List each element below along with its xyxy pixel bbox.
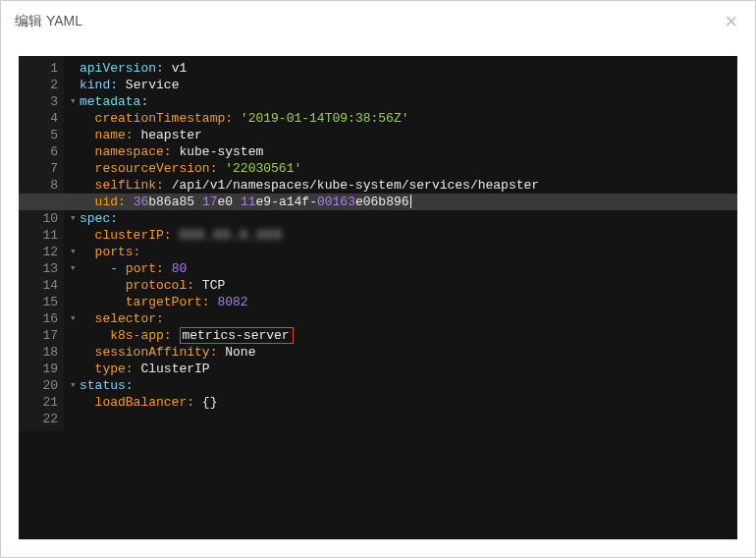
code-line[interactable]: uid: 36b86a85-17e0-11e9-a14f-00163e06b89… <box>80 194 737 210</box>
code-line[interactable]: creationTimestamp: '2019-01-14T09:38:56Z… <box>80 110 737 127</box>
code-area[interactable]: apiVersion: v1kind: Servicemetadata: cre… <box>80 60 737 427</box>
token: selfLink: <box>95 178 164 193</box>
token <box>80 178 95 193</box>
token <box>80 278 126 293</box>
gutter-line: 14 <box>23 277 58 294</box>
code-line[interactable]: protocol: TCP <box>80 277 737 294</box>
token: e0 <box>217 195 233 209</box>
token: clusterIP: <box>95 228 172 243</box>
token: loadBalancer: <box>95 395 194 410</box>
token: ClusterIP <box>140 362 209 376</box>
token: -a14f- <box>271 195 317 209</box>
gutter-line: 12 <box>23 244 58 260</box>
token <box>80 144 95 159</box>
code-line[interactable]: sessionAffinity: None <box>80 344 737 361</box>
token <box>164 261 172 276</box>
code-line[interactable]: status: <box>80 377 737 394</box>
gutter-line: 19 <box>23 361 58 377</box>
gutter-line: 6 <box>23 143 58 160</box>
gutter-line: 17 <box>23 327 58 344</box>
code-line[interactable]: namespace: kube-system <box>80 143 737 160</box>
token: '2019-01-14T09:38:56Z' <box>241 111 409 126</box>
code-line[interactable]: selector: <box>80 310 737 327</box>
token: - <box>110 261 118 276</box>
token: 11 <box>241 195 256 209</box>
code-line[interactable]: kind: Service <box>80 77 737 93</box>
token: /api/v1/namespaces/kube-system/services/… <box>172 178 539 193</box>
token: targetPort: <box>126 295 210 309</box>
token: kind: <box>80 78 118 92</box>
token: uid: <box>95 195 126 209</box>
token <box>80 161 95 176</box>
token <box>126 195 134 209</box>
token: 17 <box>202 195 218 209</box>
code-line[interactable]: type: ClusterIP <box>80 361 737 377</box>
token: name: <box>95 128 134 142</box>
token: type: <box>95 362 134 376</box>
modal-header: 编辑 YAML × <box>1 1 755 42</box>
line-gutter: 12345678910111213141516171819202122 <box>19 56 64 431</box>
token <box>233 111 241 126</box>
gutter-line: 18 <box>23 344 58 361</box>
fold-icon[interactable]: ▾ <box>70 377 77 394</box>
token: status: <box>80 378 134 393</box>
gutter-line: 3 <box>23 93 58 110</box>
code-line[interactable]: - port: 80 <box>80 260 737 277</box>
token: heapster <box>140 128 201 142</box>
token: metrics-server <box>181 328 292 343</box>
token: creationTimestamp: <box>95 111 233 126</box>
gutter-line: 11 <box>23 227 58 244</box>
code-line[interactable]: spec: <box>80 210 737 227</box>
code-line[interactable]: apiVersion: v1 <box>80 60 737 77</box>
modal-title: 编辑 YAML <box>15 13 82 30</box>
token: k8s-app: <box>110 328 171 343</box>
code-line[interactable]: metadata: <box>80 93 737 110</box>
token: 80 <box>172 261 188 276</box>
gutter-line: 7 <box>23 160 58 177</box>
gutter-line: 10 <box>23 210 58 227</box>
code-line[interactable]: resourceVersion: '22030561' <box>80 160 737 177</box>
gutter-line: 4 <box>23 110 58 127</box>
yaml-editor[interactable]: 12345678910111213141516171819202122 apiV… <box>19 56 737 539</box>
code-line[interactable]: targetPort: 8082 <box>80 294 737 310</box>
fold-icon[interactable]: ▾ <box>70 260 77 277</box>
gutter-line: 1 <box>23 60 58 77</box>
token: b896 <box>378 195 408 209</box>
token <box>164 178 172 193</box>
token <box>164 61 172 76</box>
text-cursor <box>410 195 411 208</box>
close-icon[interactable]: × <box>721 11 741 32</box>
gutter-line: 15 <box>23 294 58 310</box>
token: {} <box>194 395 217 410</box>
fold-icon[interactable]: ▾ <box>70 310 77 327</box>
token <box>80 128 95 142</box>
token: Service <box>126 78 180 92</box>
token: sessionAffinity: <box>95 345 218 360</box>
token: port: <box>126 261 164 276</box>
fold-icon[interactable]: ▾ <box>70 210 77 227</box>
token: ports: <box>95 245 141 259</box>
token <box>80 328 110 343</box>
code-line[interactable]: name: heapster <box>80 127 737 143</box>
token: spec: <box>80 211 118 226</box>
token <box>80 228 95 243</box>
code-line[interactable]: k8s-app: metrics-server <box>80 327 737 344</box>
code-line[interactable]: loadBalancer: {} <box>80 394 737 411</box>
fold-icon[interactable]: ▾ <box>70 244 77 260</box>
code-line[interactable]: ports: <box>80 244 737 260</box>
fold-icon[interactable]: ▾ <box>70 93 77 110</box>
code-line[interactable]: selfLink: /api/v1/namespaces/kube-system… <box>80 177 737 194</box>
gutter-line: 13 <box>23 260 58 277</box>
token: e9 <box>256 195 272 209</box>
gutter-line: 2 <box>23 77 58 93</box>
gutter-line: 5 <box>23 127 58 143</box>
token: protocol: <box>126 278 194 293</box>
token <box>80 362 95 376</box>
gutter-line: 16 <box>23 310 58 327</box>
gutter-line: 9 <box>23 194 58 210</box>
token <box>194 278 202 293</box>
code-line[interactable]: clusterIP: XXX.XX.X.XXX <box>80 227 737 244</box>
token: 8082 <box>217 295 247 309</box>
gutter-line: 21 <box>23 394 58 411</box>
code-line[interactable] <box>80 411 737 427</box>
